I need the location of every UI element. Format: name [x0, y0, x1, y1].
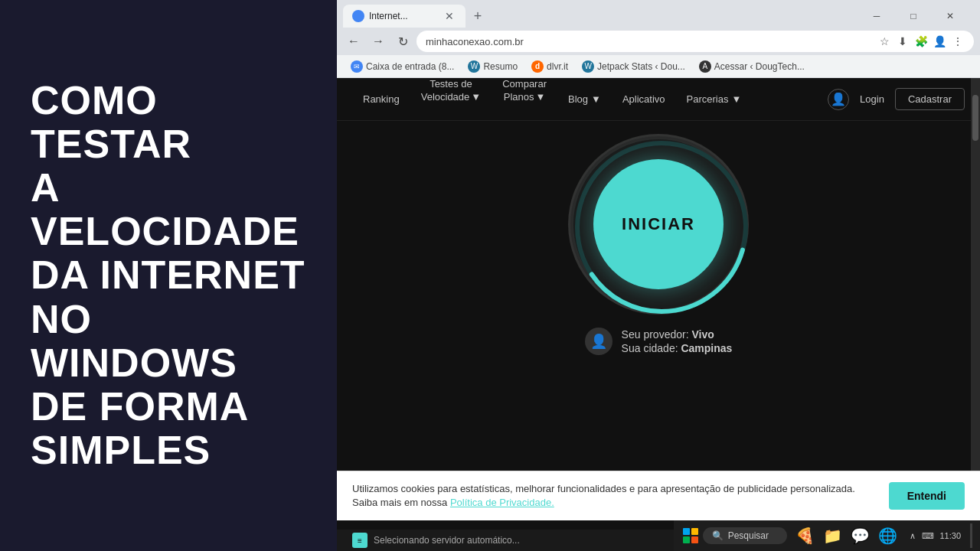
address-bar[interactable]: minhaconexao.com.br ☆ ⬇ 🧩 👤 ⋮	[416, 31, 974, 52]
address-bar-row: ← → ↻ minhaconexao.com.br ☆ ⬇ 🧩 👤 ⋮	[337, 28, 980, 55]
provider-text: Seu provedor: Vivo Sua cidade: Campinas	[622, 328, 733, 354]
forward-btn[interactable]: →	[368, 31, 389, 52]
iniciar-btn[interactable]: INICIAR	[593, 159, 724, 289]
bookmark-inbox-label: Caixa de entrada (8...	[366, 61, 454, 72]
sys-tray-expand[interactable]: ∧	[910, 531, 916, 541]
address-icons: ☆ ⬇ 🧩 👤 ⋮	[877, 34, 965, 48]
taskbar-sys-tray: ∧ ⌨ 11:30	[903, 531, 968, 541]
minimize-btn[interactable]: ─	[859, 5, 894, 28]
provider-info: 👤 Seu provedor: Vivo Sua cidade: Campina…	[585, 328, 733, 355]
wp-icon: W	[468, 60, 480, 73]
keyboard-icon: ⌨	[922, 531, 934, 541]
tab-close-btn[interactable]: ✕	[443, 9, 456, 23]
provider-user-icon: 👤	[585, 328, 612, 355]
bookmark-dlvr[interactable]: d dlvr.it	[525, 58, 574, 75]
taskbar-pizza-icon[interactable]: 🍕	[793, 523, 818, 548]
url-text: minhaconexao.com.br	[426, 36, 871, 47]
nav-testes[interactable]: Testes de Velocidade ▼	[410, 78, 492, 121]
provider-name: Vivo	[691, 328, 714, 341]
nav-cadastrar-btn[interactable]: Cadastrar	[895, 88, 965, 110]
bookmark-inbox[interactable]: ✉ Caixa de entrada (8...	[345, 58, 460, 75]
bookmark-jetpack-label: Jetpack Stats ‹ Dou...	[597, 61, 685, 72]
new-tab-btn[interactable]: +	[467, 5, 488, 27]
server-indicator: ≡ Selecionando servidor automático...	[352, 533, 520, 548]
bookmark-star-icon[interactable]: ☆	[877, 34, 891, 48]
city-label: Sua cidade: Campinas	[622, 342, 733, 354]
bookmarks-bar: ✉ Caixa de entrada (8... W Resumo d dlvr…	[337, 55, 980, 78]
window-controls: ─ □ ✕	[859, 5, 968, 28]
cookie-text: Utilizamos cookies para estatísticas, me…	[352, 482, 874, 510]
close-btn[interactable]: ✕	[933, 5, 968, 28]
city-name: Campinas	[681, 342, 732, 354]
bookmark-acessar[interactable]: A Acessar ‹ DougTech...	[693, 58, 811, 75]
extension-icon[interactable]: 🧩	[914, 34, 928, 48]
profile-icon[interactable]: 👤	[933, 34, 946, 48]
nav-parcerias[interactable]: Parcerias ▼	[676, 78, 753, 121]
search-icon: 🔍	[712, 530, 724, 541]
bookmark-resumo[interactable]: W Resumo	[462, 58, 524, 75]
acessar-icon: A	[699, 60, 711, 73]
bookmark-acessar-label: Acessar ‹ DougTech...	[714, 61, 805, 72]
tab-title: Internet...	[369, 11, 408, 21]
iniciar-label: INICIAR	[622, 214, 695, 234]
windows-logo	[683, 528, 698, 543]
scrollbar-thumb[interactable]	[972, 95, 978, 141]
server-icon: ≡	[352, 533, 368, 548]
search-label: Pesquisar	[728, 530, 769, 541]
left-panel: COMO TESTAR A VELOCIDADE DA INTERNET NO …	[0, 0, 337, 551]
server-text: Selecionando servidor automático...	[374, 535, 520, 546]
dlvr-icon: d	[531, 60, 544, 73]
bookmark-dlvr-label: dlvr.it	[547, 61, 568, 72]
taskbar-discord-icon[interactable]: 💬	[848, 523, 873, 548]
cookie-banner: Utilizamos cookies para estatísticas, me…	[337, 471, 980, 520]
nav-user-icon[interactable]: 👤	[828, 89, 849, 110]
taskbar-search-btn[interactable]: 🔍 Pesquisar	[703, 527, 787, 544]
main-title: COMO TESTAR A VELOCIDADE DA INTERNET NO …	[31, 79, 306, 473]
browser-chrome: Internet... ✕ + ─ □ ✕ ← → ↻ minhaconexao…	[337, 0, 980, 55]
provider-label: Seu provedor: Vivo	[622, 328, 733, 341]
show-desktop-btn[interactable]	[970, 523, 972, 548]
nav-login[interactable]: Login	[849, 78, 895, 121]
browser-tab[interactable]: Internet... ✕	[343, 5, 466, 28]
bookmark-resumo-label: Resumo	[483, 61, 518, 72]
taskbar-chrome-icon[interactable]: 🌐	[876, 523, 900, 548]
speed-test-area: INICIAR 👤 Seu provedor: Vivo Sua cidade:…	[337, 121, 980, 530]
clock: 11:30	[940, 531, 962, 540]
browser-content: Ranking Testes de Velocidade ▼ Comparar …	[337, 78, 980, 551]
cookie-accept-btn[interactable]: Entendi	[889, 482, 965, 510]
nav-comparar[interactable]: Comparar Planos ▼	[492, 78, 557, 121]
tab-favicon	[352, 10, 364, 22]
nav-blog[interactable]: Blog ▼	[557, 78, 612, 121]
site-nav: Ranking Testes de Velocidade ▼ Comparar …	[337, 78, 980, 121]
menu-icon[interactable]: ⋮	[951, 34, 965, 48]
cookie-policy-link[interactable]: Política de Privacidade.	[450, 497, 554, 508]
browser-panel: Internet... ✕ + ─ □ ✕ ← → ↻ minhaconexao…	[337, 0, 980, 551]
speed-test-circle: INICIAR	[570, 136, 746, 312]
start-btn[interactable]	[681, 523, 700, 548]
download-icon[interactable]: ⬇	[896, 34, 910, 48]
jetpack-icon: W	[582, 60, 594, 73]
nav-ranking[interactable]: Ranking	[352, 78, 410, 121]
tab-bar: Internet... ✕ + ─ □ ✕	[337, 0, 980, 28]
back-btn[interactable]: ←	[343, 31, 364, 52]
taskbar-files-icon[interactable]: 📁	[821, 523, 845, 548]
nav-aplicativo[interactable]: Aplicativo	[612, 78, 676, 121]
taskbar-pinned-apps: 🍕 📁 💬 🌐	[793, 523, 900, 548]
inbox-icon: ✉	[351, 60, 363, 73]
taskbar: 🔍 Pesquisar 🍕 📁 💬 🌐 ∧ ⌨ 11:30	[674, 520, 980, 551]
maximize-btn[interactable]: □	[896, 5, 931, 28]
bookmark-jetpack[interactable]: W Jetpack Stats ‹ Dou...	[576, 58, 691, 75]
reload-btn[interactable]: ↻	[392, 31, 413, 52]
